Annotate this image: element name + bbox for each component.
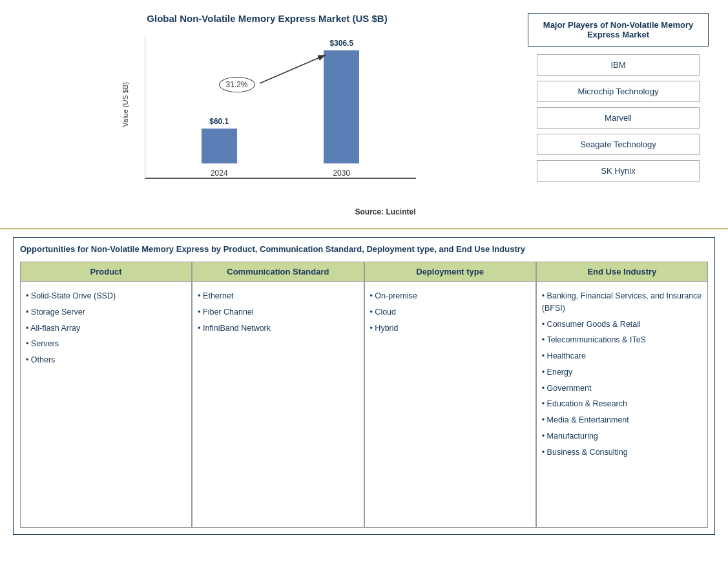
divider xyxy=(0,228,728,229)
list-item: Media & Entertainment xyxy=(542,412,702,428)
bar-2030-rect xyxy=(324,50,359,163)
bars-area: $60.1 2024 $306.5 2030 xyxy=(145,37,416,179)
list-item: Banking, Financial Services, and Insuran… xyxy=(542,288,702,317)
list-item: Servers xyxy=(26,336,186,352)
bar-2024: $60.1 2024 xyxy=(202,117,237,178)
column-deploy-header: Deployment type xyxy=(365,262,536,282)
major-players-title: Major Players of Non-Volatile Memory Exp… xyxy=(528,13,709,47)
deploy-list: On-premise Cloud Hybrid xyxy=(370,288,530,336)
list-item: Business & Consulting xyxy=(542,444,702,461)
column-product-header: Product xyxy=(21,262,191,282)
list-item: Consumer Goods & Retail xyxy=(542,317,702,333)
bar-2030-value: $306.5 xyxy=(329,39,353,48)
player-1: IBM xyxy=(537,54,700,76)
column-product: Product Solid-State Drive (SSD) Storage … xyxy=(20,262,192,528)
list-item: Manufacturing xyxy=(542,428,702,444)
list-item: Solid-State Drive (SSD) xyxy=(26,288,186,304)
column-comm-header: Communication Standard xyxy=(192,262,363,282)
list-item: Storage Server xyxy=(26,304,186,320)
bar-2030-year: 2030 xyxy=(333,169,350,178)
chart-container: Value (US $B) $60.1 2024 $306.5 2030 xyxy=(112,30,422,205)
columns-row: Product Solid-State Drive (SSD) Storage … xyxy=(20,262,708,528)
bar-2024-rect xyxy=(202,129,237,163)
bar-2024-year: 2024 xyxy=(211,169,228,178)
list-item: Cloud xyxy=(370,304,530,320)
bar-2024-value: $60.1 xyxy=(209,117,229,126)
list-item: On-premise xyxy=(370,288,530,304)
column-comm: Communication Standard Ethernet Fiber Ch… xyxy=(192,262,364,528)
list-item: Education & Research xyxy=(542,396,702,412)
list-item: Ethernet xyxy=(198,288,358,304)
column-deploy-body: On-premise Cloud Hybrid xyxy=(365,282,536,527)
source-label: Source: Lucintel xyxy=(112,207,422,216)
major-players-area: Major Players of Non-Volatile Memory Exp… xyxy=(528,13,709,216)
list-item: Hybrid xyxy=(370,320,530,337)
y-axis-label: Value (US $B) xyxy=(121,82,129,127)
column-enduse-header: End Use Industry xyxy=(537,262,707,282)
column-deploy: Deployment type On-premise Cloud Hybrid xyxy=(364,262,536,528)
list-item: Government xyxy=(542,380,702,397)
chart-area: Global Non-Volatile Memory Express Marke… xyxy=(19,13,515,216)
column-comm-body: Ethernet Fiber Channel InfiniBand Networ… xyxy=(192,282,363,527)
top-section: Global Non-Volatile Memory Express Marke… xyxy=(0,0,728,223)
column-enduse: End Use Industry Banking, Financial Serv… xyxy=(536,262,708,528)
bar-2030: $306.5 2030 xyxy=(324,39,359,178)
list-item: InfiniBand Network xyxy=(198,320,358,337)
player-4: Seagate Technology xyxy=(537,134,700,155)
opportunities-title: Opportunities for Non-Volatile Memory Ex… xyxy=(20,244,708,254)
player-3: Marvell xyxy=(537,107,700,129)
list-item: Fiber Channel xyxy=(198,304,358,320)
list-item: Energy xyxy=(542,364,702,380)
comm-list: Ethernet Fiber Channel InfiniBand Networ… xyxy=(198,288,358,336)
list-item: Others xyxy=(26,352,186,368)
column-enduse-body: Banking, Financial Services, and Insuran… xyxy=(537,282,707,527)
cagr-annotation: 31.2% xyxy=(219,77,255,92)
cagr-label: 31.2% xyxy=(219,77,255,92)
chart-title: Global Non-Volatile Memory Express Marke… xyxy=(147,13,387,24)
list-item: All-flash Array xyxy=(26,320,186,337)
list-item: Healthcare xyxy=(542,348,702,364)
list-item: Telecommunications & ITeS xyxy=(542,332,702,348)
opportunities-section: Opportunities for Non-Volatile Memory Ex… xyxy=(13,237,715,535)
column-product-body: Solid-State Drive (SSD) Storage Server A… xyxy=(21,282,191,527)
player-2: Microchip Technology xyxy=(537,81,700,102)
product-list: Solid-State Drive (SSD) Storage Server A… xyxy=(26,288,186,368)
player-5: SK Hynix xyxy=(537,160,700,182)
enduse-list: Banking, Financial Services, and Insuran… xyxy=(542,288,702,460)
